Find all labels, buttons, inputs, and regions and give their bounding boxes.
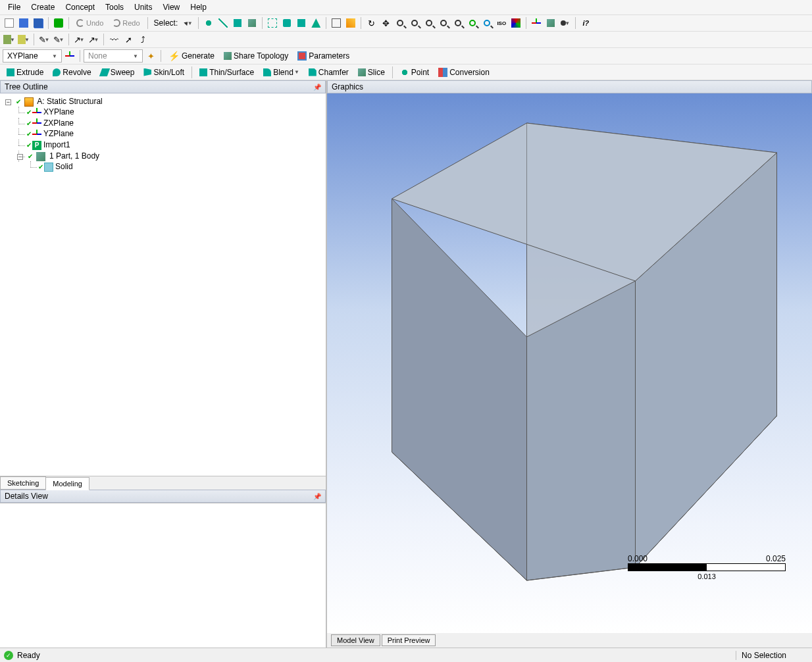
select-body[interactable] <box>245 16 259 30</box>
axes-button[interactable] <box>530 16 543 30</box>
select-box[interactable] <box>266 16 279 30</box>
zoom-prev-button[interactable] <box>466 16 479 30</box>
extrude-button[interactable]: Extrude <box>3 66 47 78</box>
fill2-button[interactable]: ▼ <box>17 33 30 46</box>
pan-button[interactable]: ✥ <box>379 16 392 30</box>
arc2-button[interactable]: ↗▼ <box>87 33 100 46</box>
conversion-icon <box>438 68 447 77</box>
rotate-button[interactable]: ↻ <box>365 16 378 30</box>
tree-xyplane[interactable]: XYPlane <box>43 107 74 116</box>
arc1-button[interactable]: ↗▼ <box>72 33 86 46</box>
skinloft-icon <box>143 68 151 76</box>
select-flood[interactable] <box>309 16 322 30</box>
wireframe-icon <box>547 19 555 27</box>
slice-label: Slice <box>368 68 385 77</box>
menu-view[interactable]: View <box>159 1 184 13</box>
tab-print-preview[interactable]: Print Preview <box>382 634 436 646</box>
sketch-select[interactable]: None▼ <box>84 49 143 63</box>
tree-expander[interactable]: − <box>5 99 11 105</box>
slice-icon <box>358 68 366 76</box>
share-topology-button[interactable]: Share Topology <box>220 50 292 62</box>
scale-mid: 0.013 <box>628 573 786 580</box>
zoom-sheet-button[interactable] <box>451 16 465 30</box>
menu-concept[interactable]: Concept <box>61 1 99 13</box>
parameters-button[interactable]: Parameters <box>293 50 353 62</box>
tree-parts[interactable]: 1 Part, 1 Body <box>49 151 99 161</box>
help-button[interactable]: i? <box>579 16 592 30</box>
plane-select[interactable]: XYPlane▼ <box>3 49 62 63</box>
spline3-button[interactable]: ⤴ <box>136 33 149 46</box>
iso-button[interactable]: ISO <box>495 16 508 30</box>
menu-tools[interactable]: Tools <box>101 1 128 13</box>
chamfer-button[interactable]: Chamfer <box>305 66 353 78</box>
menu-file[interactable]: File <box>4 1 24 13</box>
menu-create[interactable]: Create <box>27 1 59 13</box>
select-smart[interactable] <box>295 16 308 30</box>
menu-help[interactable]: Help <box>186 1 211 13</box>
skinloft-button[interactable]: Skin/Loft <box>140 66 188 78</box>
separator <box>80 50 80 62</box>
select-pointer[interactable]: ▼ <box>182 16 195 30</box>
details-title: Details View <box>5 492 48 501</box>
pin-icon[interactable]: 📌 <box>313 84 321 91</box>
smart-icon <box>297 19 305 27</box>
conversion-button[interactable]: Conversion <box>434 66 494 78</box>
new-button[interactable] <box>3 16 16 30</box>
measure-button[interactable] <box>344 16 357 30</box>
tab-model-view[interactable]: Model View <box>331 634 380 646</box>
spline1-button[interactable]: 〰 <box>107 33 120 46</box>
wireframe-button[interactable] <box>544 16 557 30</box>
sweep-label: Sweep <box>111 68 135 77</box>
graphics-viewport[interactable]: 0.000 0.025 0.013 <box>327 93 812 633</box>
select-extend[interactable] <box>280 16 293 30</box>
zoom-out-button[interactable] <box>422 16 436 30</box>
select-edge[interactable] <box>216 16 230 30</box>
point-button[interactable]: Point <box>396 66 433 78</box>
zoom-in-button[interactable] <box>408 16 421 30</box>
saveall-button[interactable] <box>32 16 45 30</box>
help-icon: i? <box>582 19 589 27</box>
zoom-box-button[interactable] <box>393 16 407 30</box>
tree-import[interactable]: Import1 <box>43 140 70 149</box>
tree-yzplane[interactable]: YZPlane <box>43 129 74 138</box>
line1-button[interactable]: ✎▼ <box>38 33 51 46</box>
views-button[interactable] <box>509 16 522 30</box>
spline2-button[interactable]: ➚ <box>122 33 135 46</box>
generate-button[interactable]: ⚡Generate <box>165 49 218 63</box>
pin-icon[interactable]: 📌 <box>313 493 321 500</box>
fit-button[interactable] <box>330 16 343 30</box>
tree-solid[interactable]: Solid <box>55 162 73 171</box>
tree-expander[interactable]: − <box>17 154 23 160</box>
tree-root[interactable]: A: Static Structural <box>37 97 102 106</box>
tree-zxplane[interactable]: ZXPlane <box>43 118 74 128</box>
slice-button[interactable]: Slice <box>354 66 389 78</box>
thin-button[interactable]: Thin/Surface <box>195 66 258 78</box>
check-icon: ✔ <box>26 141 32 149</box>
shaded-button[interactable]: ▼ <box>559 16 572 30</box>
tab-modeling[interactable]: Modeling <box>45 477 89 490</box>
save-button[interactable] <box>17 16 30 30</box>
toolbar-sketch: ▼ ▼ ✎▼ ✎▼ ↗▼ ↗▼ 〰 ➚ ⤴ <box>0 32 812 48</box>
look-at-button[interactable] <box>480 16 494 30</box>
new-plane-button[interactable] <box>63 49 76 63</box>
zoom-fit-button[interactable] <box>437 16 450 30</box>
undo-button[interactable]: Undo <box>72 18 107 28</box>
separator <box>68 17 69 29</box>
fill1-button[interactable]: ▼ <box>3 33 16 46</box>
thin-label: Thin/Surface <box>209 68 254 77</box>
line2-button[interactable]: ✎▼ <box>52 33 65 46</box>
sweep-icon <box>99 68 110 76</box>
redo-button[interactable]: Redo <box>109 18 143 28</box>
select-point[interactable] <box>202 16 215 30</box>
sweep-button[interactable]: Sweep <box>97 66 139 78</box>
separator <box>575 17 576 29</box>
tab-sketching[interactable]: Sketching <box>0 476 46 490</box>
new-sketch-button[interactable]: ✦ <box>144 49 157 63</box>
skinloft-label: Skin/Loft <box>153 68 184 77</box>
check-icon: ✔ <box>26 120 32 127</box>
revolve-button[interactable]: Revolve <box>49 66 95 78</box>
export-button[interactable] <box>52 16 65 30</box>
menu-units[interactable]: Units <box>130 1 156 13</box>
select-face[interactable] <box>231 16 244 30</box>
blend-button[interactable]: Blend▼ <box>259 66 303 78</box>
